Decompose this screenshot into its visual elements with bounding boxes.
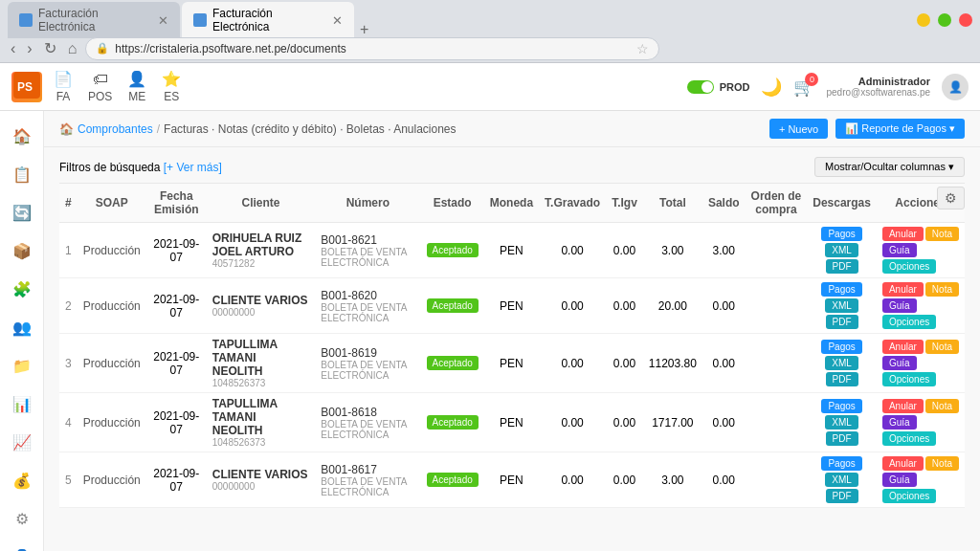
xml-button-4[interactable]: XML [825, 473, 858, 487]
opciones-button-2[interactable]: Opciones [882, 372, 936, 386]
address-bar[interactable]: 🔒 https://cristaleria.psoftware.net.pe/d… [85, 37, 659, 60]
cell-num-2: 3 [59, 334, 78, 393]
sidebar-icon-docs[interactable]: 📋 [5, 157, 39, 191]
moon-icon[interactable]: 🌙 [761, 77, 782, 98]
nuevo-button[interactable]: + Nuevo [769, 119, 828, 139]
pdf-button-2[interactable]: PDF [826, 372, 858, 386]
cell-cliente-1: CLIENTE VARIOS 00000000 [207, 278, 316, 334]
prod-toggle[interactable] [687, 80, 714, 94]
es-icon: ⭐ [162, 70, 181, 88]
reporte-button[interactable]: 📊 Reporte de Pagos ▾ [835, 119, 965, 139]
nav-item-pos[interactable]: 🏷 POS [88, 71, 112, 103]
cell-orden-4 [746, 452, 808, 508]
pdf-button-3[interactable]: PDF [826, 431, 858, 446]
anular-button-0[interactable]: Anular [882, 227, 924, 241]
browser-tab-2[interactable]: Facturación Electrónica ✕ [182, 2, 354, 38]
xml-button-1[interactable]: XML [825, 298, 858, 313]
anular-button-1[interactable]: Anular [882, 282, 924, 297]
guia-button-1[interactable]: Guía [882, 298, 917, 313]
guia-button-0[interactable]: Guía [882, 243, 917, 257]
cell-acciones-4: Anular Nota Guía Opciones [877, 452, 965, 508]
nav-item-fa[interactable]: 📄 FA [54, 70, 73, 103]
lock-icon: 🔒 [96, 42, 109, 55]
cell-fecha-3: 2021-09-07 [146, 393, 207, 452]
sidebar-icon-money[interactable]: 💰 [5, 463, 39, 497]
sidebar-icon-settings[interactable]: ⚙ [5, 501, 39, 536]
pdf-button-0[interactable]: PDF [826, 259, 858, 274]
cell-tigv-1: 0.00 [606, 278, 643, 334]
columns-toggle-button[interactable]: Mostrar/Ocultar columnas ▾ [814, 157, 965, 177]
home-button[interactable]: ⌂ [65, 40, 80, 57]
cell-estado-0: Aceptado [421, 223, 484, 278]
nota-button-4[interactable]: Nota [925, 456, 959, 471]
opciones-button-1[interactable]: Opciones [882, 315, 936, 329]
star-icon[interactable]: ☆ [636, 41, 649, 56]
prod-toggle-section[interactable]: PROD [687, 80, 750, 94]
opciones-button-3[interactable]: Opciones [882, 431, 936, 446]
nav-item-es[interactable]: ⭐ ES [162, 70, 181, 103]
cell-orden-2 [746, 334, 808, 393]
back-button[interactable]: ‹ [8, 40, 18, 57]
sidebar-icon-modules[interactable]: 🧩 [5, 272, 39, 306]
opciones-button-4[interactable]: Opciones [882, 489, 936, 503]
sidebar-icon-folder[interactable]: 📁 [5, 348, 39, 383]
pagos-button-3[interactable]: Pagos [821, 399, 861, 413]
pdf-button-4[interactable]: PDF [826, 489, 858, 503]
user-name: Administrador [826, 76, 930, 87]
xml-button-0[interactable]: XML [825, 243, 858, 257]
xml-button-2[interactable]: XML [825, 356, 858, 370]
col-orden: Orden decompra [746, 184, 808, 223]
nota-button-3[interactable]: Nota [925, 399, 959, 413]
new-tab-button[interactable]: + [356, 21, 372, 38]
cart-icon[interactable]: 🛒 0 [793, 77, 814, 98]
cell-moneda-2: PEN [484, 334, 539, 393]
sidebar-icon-transfer[interactable]: 🔄 [5, 195, 39, 230]
nota-button-2[interactable]: Nota [925, 340, 959, 354]
table-body: 1 Producción 2021-09-07 ORIHUELA RUIZ JO… [59, 223, 965, 508]
pdf-button-1[interactable]: PDF [826, 315, 858, 329]
restore-button[interactable] [938, 13, 951, 27]
tab-close-2[interactable]: ✕ [332, 13, 343, 28]
nav-es-label: ES [164, 90, 179, 103]
table-row: 4 Producción 2021-09-07 TAPULLIMA TAMANI… [59, 393, 965, 452]
nota-button-0[interactable]: Nota [925, 227, 959, 241]
cell-total-0: 3.00 [643, 223, 702, 278]
prod-label: PROD [720, 81, 750, 93]
cell-fecha-1: 2021-09-07 [146, 278, 207, 334]
pagos-button-4[interactable]: Pagos [821, 456, 861, 471]
browser-tab-1[interactable]: Facturación Electrónica ✕ [8, 2, 180, 38]
sidebar-icon-users[interactable]: 👥 [5, 310, 39, 344]
sidebar-icon-box[interactable]: 📦 [5, 233, 39, 268]
nota-button-1[interactable]: Nota [925, 282, 959, 297]
close-button[interactable] [959, 13, 972, 27]
filters-expand-link[interactable]: [+ Ver más] [164, 161, 222, 174]
xml-button-3[interactable]: XML [825, 415, 858, 430]
forward-button[interactable]: › [24, 40, 34, 57]
pagos-button-2[interactable]: Pagos [821, 340, 861, 354]
nav-item-me[interactable]: 👤 ME [127, 70, 146, 103]
sidebar-icon-home[interactable]: 🏠 [5, 119, 39, 153]
reload-button[interactable]: ↻ [41, 39, 59, 57]
pagos-button-0[interactable]: Pagos [821, 227, 861, 241]
table-settings-button[interactable]: ⚙ [937, 187, 965, 209]
breadcrumb-root[interactable]: Comprobantes [78, 122, 153, 136]
cell-numero-2: B001-8619 BOLETA DE VENTA ELECTRÓNICA [315, 334, 420, 393]
sidebar-icon-profile[interactable]: 👤 [5, 540, 39, 551]
pagos-button-1[interactable]: Pagos [821, 282, 861, 297]
sidebar-icon-chart[interactable]: 📊 [5, 386, 39, 421]
cell-descargas-3: Pagos XML PDF [807, 393, 877, 452]
guia-button-2[interactable]: Guía [882, 356, 917, 370]
guia-button-3[interactable]: Guía [882, 415, 917, 430]
col-moneda: Moneda [484, 184, 539, 223]
table-section: ⚙ # SOAP FechaEmisión Cliente Número Est… [44, 183, 980, 523]
anular-button-4[interactable]: Anular [882, 456, 924, 471]
user-avatar[interactable]: 👤 [942, 74, 969, 100]
minimize-button[interactable] [917, 13, 930, 27]
sidebar-icon-analytics[interactable]: 📈 [5, 425, 39, 459]
anular-button-2[interactable]: Anular [882, 340, 924, 354]
anular-button-3[interactable]: Anular [882, 399, 924, 413]
tab-close-1[interactable]: ✕ [158, 13, 168, 28]
opciones-button-0[interactable]: Opciones [882, 259, 936, 274]
cell-fecha-4: 2021-09-07 [146, 452, 207, 508]
guia-button-4[interactable]: Guía [882, 473, 917, 487]
